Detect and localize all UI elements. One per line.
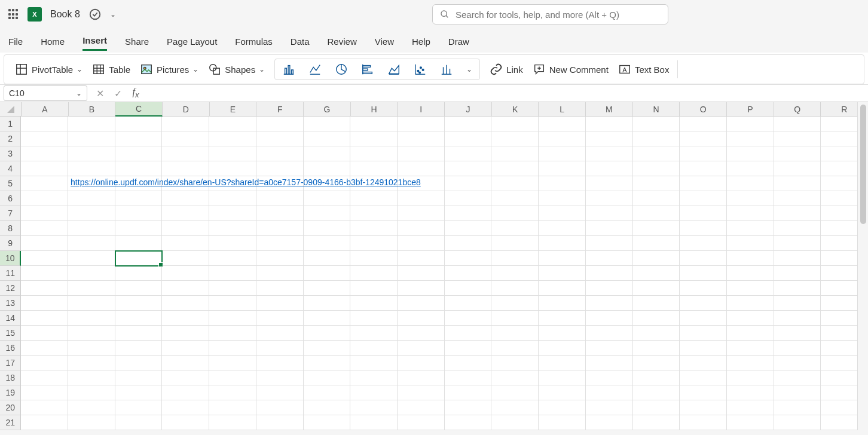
- cell[interactable]: [774, 415, 821, 430]
- cell[interactable]: [21, 146, 68, 161]
- cell[interactable]: [586, 206, 633, 221]
- cell[interactable]: [304, 251, 351, 266]
- cell[interactable]: [304, 341, 351, 356]
- cell[interactable]: [115, 131, 163, 146]
- cell[interactable]: [350, 356, 398, 370]
- spreadsheet-grid[interactable]: ABCDEFGHIJKLMNOPQR 12345https://online.u…: [0, 102, 868, 430]
- cell[interactable]: [304, 311, 351, 326]
- cell[interactable]: [680, 176, 727, 191]
- cell[interactable]: [68, 131, 115, 146]
- document-title[interactable]: Book 8: [50, 9, 80, 20]
- cell[interactable]: [304, 296, 351, 311]
- tab-data[interactable]: Data: [291, 36, 310, 50]
- cell[interactable]: [633, 281, 680, 296]
- cell[interactable]: [209, 356, 256, 370]
- cell[interactable]: [539, 131, 586, 146]
- cell[interactable]: [680, 236, 727, 251]
- cell[interactable]: [633, 415, 680, 430]
- cell[interactable]: [350, 191, 398, 206]
- cell[interactable]: [491, 251, 539, 266]
- cell[interactable]: [398, 221, 445, 236]
- cell[interactable]: [21, 281, 68, 296]
- cell[interactable]: [445, 326, 492, 341]
- cell[interactable]: [539, 266, 586, 281]
- cell[interactable]: [774, 221, 821, 236]
- cell[interactable]: [727, 415, 774, 430]
- cell[interactable]: [162, 221, 209, 236]
- cell[interactable]: [539, 221, 586, 236]
- cell[interactable]: [115, 370, 163, 385]
- cell[interactable]: [633, 341, 680, 356]
- cell[interactable]: [539, 311, 586, 326]
- cell[interactable]: [256, 311, 304, 326]
- column-header[interactable]: O: [680, 102, 727, 117]
- column-header[interactable]: L: [539, 102, 586, 117]
- cell[interactable]: [539, 326, 586, 341]
- cell[interactable]: [491, 191, 539, 206]
- row-header[interactable]: 6: [0, 191, 21, 206]
- cell[interactable]: [209, 400, 256, 415]
- column-header[interactable]: F: [256, 102, 304, 117]
- cell[interactable]: [256, 131, 304, 146]
- cell[interactable]: [115, 356, 163, 370]
- chart-more-button[interactable]: ⌄: [460, 60, 478, 78]
- tab-review[interactable]: Review: [328, 36, 357, 50]
- cell[interactable]: [209, 146, 256, 161]
- cell[interactable]: [209, 206, 256, 221]
- row-header[interactable]: 12: [0, 281, 21, 296]
- cell[interactable]: [539, 117, 586, 131]
- column-header[interactable]: B: [69, 102, 116, 117]
- cell[interactable]: [68, 146, 115, 161]
- cell[interactable]: [398, 236, 445, 251]
- cell[interactable]: [21, 356, 68, 370]
- cell[interactable]: [774, 266, 821, 281]
- cell[interactable]: [727, 400, 774, 415]
- cell[interactable]: [445, 161, 492, 176]
- cell[interactable]: [445, 370, 492, 385]
- row-header[interactable]: 4: [0, 161, 21, 176]
- cell[interactable]: [304, 131, 351, 146]
- cell[interactable]: [633, 385, 680, 400]
- cell[interactable]: [445, 341, 492, 356]
- column-header[interactable]: D: [163, 102, 210, 117]
- cell[interactable]: [162, 251, 209, 266]
- cell[interactable]: [398, 161, 445, 176]
- column-header[interactable]: P: [727, 102, 774, 117]
- cell[interactable]: [774, 341, 821, 356]
- pivottable-button[interactable]: PivotTable ⌄: [10, 60, 87, 78]
- tab-help[interactable]: Help: [412, 36, 430, 50]
- cell[interactable]: [774, 146, 821, 161]
- select-all-corner[interactable]: [0, 102, 22, 117]
- cell[interactable]: [304, 415, 351, 430]
- tab-share[interactable]: Share: [125, 36, 149, 50]
- cell[interactable]: [727, 176, 774, 191]
- cell[interactable]: [445, 221, 492, 236]
- cell[interactable]: [774, 311, 821, 326]
- cell[interactable]: [350, 281, 398, 296]
- cell[interactable]: [727, 236, 774, 251]
- cell[interactable]: [633, 311, 680, 326]
- cell[interactable]: https://online.updf.com/index/share/en-U…: [68, 176, 115, 191]
- cell[interactable]: [774, 176, 821, 191]
- cell[interactable]: [162, 266, 209, 281]
- cell[interactable]: [774, 400, 821, 415]
- cell[interactable]: [633, 356, 680, 370]
- cell[interactable]: [398, 370, 445, 385]
- cell[interactable]: [774, 281, 821, 296]
- cell[interactable]: [68, 191, 115, 206]
- cell[interactable]: [680, 400, 727, 415]
- pie-chart-button[interactable]: [329, 60, 354, 78]
- cell[interactable]: [209, 251, 256, 266]
- row-header[interactable]: 7: [0, 206, 21, 221]
- row-header[interactable]: 19: [0, 385, 21, 400]
- cell[interactable]: [209, 221, 256, 236]
- cell[interactable]: [21, 117, 68, 131]
- cell[interactable]: [727, 251, 774, 266]
- cell[interactable]: [398, 385, 445, 400]
- cell[interactable]: [633, 117, 680, 131]
- cell[interactable]: [539, 281, 586, 296]
- cell[interactable]: [586, 326, 633, 341]
- column-header[interactable]: N: [633, 102, 680, 117]
- cell[interactable]: [350, 266, 398, 281]
- cell[interactable]: [586, 146, 633, 161]
